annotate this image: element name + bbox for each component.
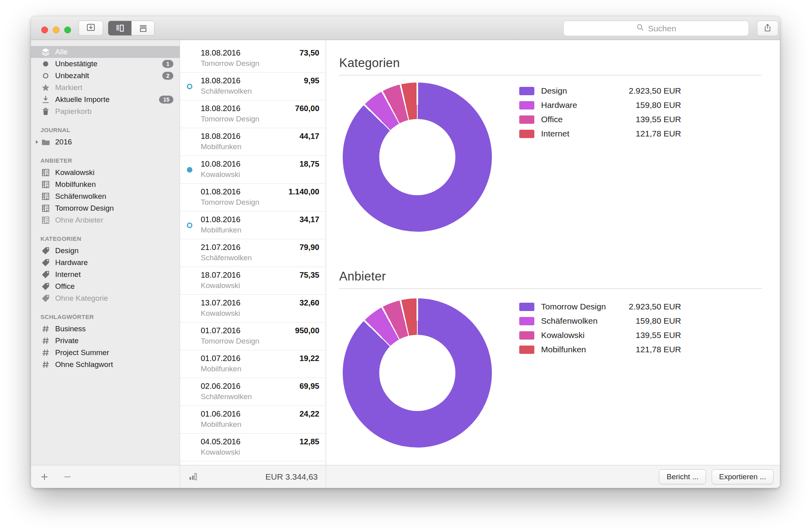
zoom-window-button[interactable] — [64, 27, 71, 33]
transaction-vendor: Schäfenwolken — [201, 254, 319, 262]
legend-swatch — [519, 101, 534, 109]
sidebar-item-label: Papierkorb — [55, 107, 92, 116]
sidebar-item-business[interactable]: Business — [31, 323, 180, 335]
transaction-vendor: Tomorrow Design — [201, 337, 319, 346]
transaction-row[interactable]: 01.08.201634,17 Mobilfunken — [180, 211, 326, 239]
count-badge: 2 — [162, 72, 173, 80]
share-button[interactable] — [757, 21, 778, 36]
disclosure-triangle-icon[interactable] — [33, 139, 40, 145]
transaction-date: 01.08.2016 — [201, 215, 240, 224]
star-icon — [40, 83, 51, 92]
transaction-vendor: Schäfenwolken — [201, 87, 319, 96]
transaction-row[interactable]: 10.08.201618,75 Kowalowski — [180, 156, 326, 184]
sidebar-item-internet[interactable]: Internet — [31, 269, 180, 280]
list-detail-view-button[interactable] — [108, 21, 131, 35]
sidebar-item-hardware[interactable]: Hardware — [31, 257, 180, 269]
sidebar-item-design[interactable]: Design — [31, 245, 180, 257]
transaction-row[interactable]: 18.08.2016760,00 Tomorrow Design — [180, 100, 326, 128]
import-button[interactable] — [79, 21, 103, 36]
sidebar-item-label: Kowalowski — [55, 168, 94, 177]
legend-label: Schäfenwolken — [541, 316, 597, 326]
sidebar-item-label: Private — [55, 336, 79, 345]
sidebar: Alle Unbestätigte 1 Unbezahlt 2 — [31, 40, 180, 465]
sidebar-item-2016[interactable]: 2016 — [31, 136, 180, 148]
sidebar-item-label: Markiert — [55, 83, 83, 92]
transaction-amount: 24,22 — [299, 409, 319, 419]
sidebar-section-kategorien: KATEGORIEN — [31, 235, 180, 242]
payment-status-icon — [187, 84, 192, 89]
legend-value: 159,80 EUR — [636, 100, 681, 110]
transaction-amount: 69,95 — [299, 382, 319, 391]
search-input[interactable]: Suchen — [563, 21, 749, 36]
transaction-row[interactable]: 04.05.201612,85 Kowalowski — [180, 434, 326, 461]
close-window-button[interactable] — [41, 27, 48, 33]
transaction-amount: 32,60 — [299, 298, 319, 307]
transaction-row[interactable]: 21.07.201679,90 Schäfenwolken — [180, 239, 326, 267]
transaction-amount: 9,95 — [304, 76, 319, 85]
transaction-vendor: Kowalowski — [201, 281, 319, 290]
sidebar-item-papierkorb[interactable]: Papierkorb — [31, 106, 180, 117]
hash-icon — [40, 348, 51, 357]
transaction-row[interactable]: 01.07.201619,22 Mobilfunken — [180, 350, 326, 378]
transaction-vendor: Tomorrow Design — [201, 59, 319, 68]
sidebar-item-label: Internet — [55, 270, 81, 279]
transaction-row[interactable]: 02.06.201669,95 Schäfenwolken — [180, 378, 326, 406]
sidebar-item-ohne-schlagwort[interactable]: Ohne Schlagwort — [31, 359, 180, 371]
remove-button[interactable] — [63, 472, 72, 482]
building-icon — [40, 180, 51, 189]
sidebar-item-label: Ohne Kategorie — [55, 294, 108, 303]
sidebar-item-alle[interactable]: Alle — [31, 46, 180, 58]
sidebar-item-unbezahlt[interactable]: Unbezahlt 2 — [31, 70, 180, 82]
sidebar-item-kowalowski[interactable]: Kowalowski — [31, 167, 180, 179]
sidebar-item-label: Aktuelle Importe — [55, 95, 109, 104]
transaction-vendor: Mobilfunken — [201, 365, 319, 373]
transaction-row[interactable]: 18.07.201675,35 Kowalowski — [180, 267, 326, 295]
report-button[interactable]: Bericht ... — [659, 469, 706, 484]
building-icon — [40, 204, 51, 213]
anbieter-section-title: Anbieter — [339, 269, 762, 289]
legend-value: 139,55 EUR — [636, 330, 681, 340]
legend-item: Internet 121,78 EUR — [519, 127, 681, 141]
sidebar-item-mobilfunken[interactable]: Mobilfunken — [31, 179, 180, 190]
transaction-row[interactable]: 18.08.201644,17 Mobilfunken — [180, 128, 326, 156]
transaction-row[interactable]: 18.08.20169,95 Schäfenwolken — [180, 73, 326, 100]
report-pane: Kategorien Design 2.923,50 EUR Hardware … — [326, 40, 780, 465]
transaction-vendor: Tomorrow Design — [201, 115, 319, 123]
add-button[interactable] — [40, 472, 49, 482]
transaction-row[interactable]: 01.06.201624,22 Mobilfunken — [180, 406, 326, 434]
transaction-row[interactable]: 13.07.201632,60 Kowalowski — [180, 295, 326, 323]
legend-item: Schäfenwolken 159,80 EUR — [519, 314, 681, 328]
app-window: Suchen Alle — [31, 16, 780, 488]
sidebar-item-office[interactable]: Office — [31, 280, 180, 292]
sidebar-item-label: Hardware — [55, 258, 88, 267]
minimize-window-button[interactable] — [53, 27, 60, 33]
transaction-date: 01.07.2016 — [201, 354, 240, 363]
transaction-row[interactable]: 01.07.2016950,00 Tomorrow Design — [180, 323, 326, 350]
sidebar-item-aktuelle-importe[interactable]: Aktuelle Importe 15 — [31, 94, 180, 106]
transaction-vendor: Mobilfunken — [201, 226, 319, 234]
bar-chart-icon[interactable] — [188, 471, 198, 483]
transaction-amount: 18,75 — [299, 159, 319, 169]
legend-label: Office — [541, 115, 562, 124]
sidebar-item-schaefenwolken[interactable]: Schäfenwolken — [31, 190, 180, 202]
transaction-date: 01.07.2016 — [201, 326, 240, 335]
transaction-row[interactable]: 01.08.20161.140,00 Tomorrow Design — [180, 184, 326, 211]
sidebar-item-unbestaetigte[interactable]: Unbestätigte 1 — [31, 58, 180, 70]
footer-bar: EUR 3.344,63 Bericht ... Exportieren ... — [31, 465, 780, 488]
sidebar-item-markiert[interactable]: Markiert — [31, 82, 180, 94]
sidebar-item-ohne-kategorie[interactable]: Ohne Kategorie — [31, 292, 180, 304]
transaction-row[interactable]: 18.08.201673,50 Tomorrow Design — [180, 45, 326, 73]
sidebar-item-tomorrow-design[interactable]: Tomorrow Design — [31, 202, 180, 214]
table-view-button[interactable] — [131, 21, 154, 35]
building-icon — [40, 168, 51, 177]
sidebar-item-ohne-anbieter[interactable]: Ohne Anbieter — [31, 214, 180, 226]
folder-icon — [40, 137, 51, 147]
kategorien-section-title: Kategorien — [339, 56, 762, 75]
sidebar-item-project-summer[interactable]: Project Summer — [31, 347, 180, 359]
sidebar-item-label: Tomorrow Design — [55, 204, 114, 213]
transaction-amount: 1.140,00 — [288, 187, 319, 196]
payment-status-icon — [187, 167, 192, 173]
export-button[interactable]: Exportieren ... — [712, 469, 774, 484]
sidebar-section-schlagwoerter: SCHLAGWÖRTER — [31, 313, 180, 320]
sidebar-item-private[interactable]: Private — [31, 335, 180, 347]
